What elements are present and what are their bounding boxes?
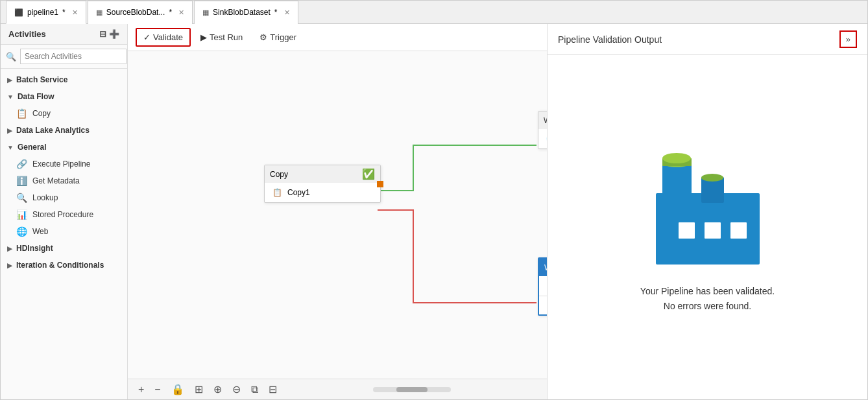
arrow-icon: ▶ [7, 76, 12, 84]
right-panel: Pipeline Validation Output » [547, 24, 867, 399]
web-icon: 🌐 [16, 226, 27, 237]
svg-rect-4 [705, 222, 721, 239]
remove-btn[interactable]: − [152, 382, 163, 397]
table-icon-1: ▦ [96, 8, 102, 17]
stored-procedure-icon: 📊 [16, 209, 27, 220]
trigger-icon: ⚙ [259, 32, 267, 42]
copy-node-icon: 📋 [272, 188, 282, 197]
validate-checkmark-icon: ✓ [143, 32, 151, 42]
search-icon: 🔍 [6, 52, 16, 62]
arrow-icon-gen: ▼ [7, 144, 14, 151]
sidebar-title: Activities [8, 29, 46, 39]
arrow-icon-hd: ▶ [7, 245, 12, 252]
pipeline-area: ✓ Validate ▶ Test Run ⚙ Trigger [128, 24, 547, 399]
collapse-panel-button[interactable]: » [839, 30, 857, 48]
arrow-icon-df: ▼ [7, 93, 14, 100]
copy-node-body: 📋 Copy1 [265, 183, 380, 202]
conn-copy-success [378, 145, 536, 191]
general-label: General [18, 143, 47, 152]
tab-pipeline1-close[interactable]: ✕ [72, 8, 78, 17]
zoom-out-btn[interactable]: ⊖ [230, 382, 243, 397]
pipeline-canvas[interactable]: Copy ✅ 📋 Copy1 Web ✅ [128, 51, 547, 379]
web-success-body: 🌐 SendSuccessEmailActi... [538, 129, 547, 148]
tab-sourceblobdat-close[interactable]: ✕ [178, 8, 184, 17]
svg-rect-5 [730, 222, 747, 239]
validate-button[interactable]: ✓ Validate [136, 28, 191, 47]
add-btn[interactable]: + [136, 382, 147, 397]
svg-point-9 [701, 174, 723, 182]
factory-illustration [643, 141, 773, 271]
svg-rect-3 [679, 222, 695, 239]
web-success-icon: 🌐 [546, 134, 547, 143]
execute-pipeline-icon: 🔗 [16, 159, 27, 169]
sidebar-category-data-flow[interactable]: ▼ Data Flow [1, 88, 127, 105]
arrow-icon-dl: ▶ [7, 127, 12, 134]
get-metadata-label: Get Metadata [32, 176, 80, 185]
sidebar-category-hdinsight[interactable]: ▶ HDInsight [1, 240, 127, 257]
execute-pipeline-label: Execute Pipeline [32, 159, 90, 169]
zoom-fit-btn[interactable]: ⊕ [211, 382, 224, 397]
tab-sourceblobdat[interactable]: ▦ SourceBlobDat... * ✕ [88, 1, 193, 24]
lookup-icon: 🔍 [16, 193, 27, 203]
sidebar-item-lookup[interactable]: 🔍 Lookup ⠿ [1, 189, 127, 206]
lock-btn[interactable]: 🔒 [169, 382, 187, 397]
trigger-button[interactable]: ⚙ Trigger [252, 29, 304, 46]
web-failure-body: 🌐 SendFailureEmailActiv... [539, 276, 547, 296]
fit-screen-btn[interactable]: ⊞ [192, 382, 206, 397]
sidebar-item-execute-pipeline[interactable]: 🔗 Execute Pipeline ⠿ [1, 156, 127, 172]
validation-line2: No errors were found. [640, 299, 775, 313]
search-input[interactable] [20, 49, 127, 64]
sidebar-add-icon[interactable]: ➕ [109, 29, 119, 39]
sidebar-category-data-lake[interactable]: ▶ Data Lake Analytics [1, 122, 127, 139]
pipeline-toolbar: ✓ Validate ▶ Test Run ⚙ Trigger [128, 24, 547, 51]
web-failure-actions: 🗑 ⧉ ⊕ [539, 296, 547, 314]
test-run-button[interactable]: ▶ Test Run [193, 29, 250, 46]
sidebar-list: ▶ Batch Service ▼ Data Flow 📋 Copy ⠿ ▶ D… [1, 69, 127, 399]
test-run-label: Test Run [210, 32, 243, 42]
copy-node-header: Copy ✅ [265, 165, 380, 183]
sidebar-item-web[interactable]: 🌐 Web ⠿ [1, 223, 127, 240]
web-failure-node[interactable]: Web ✔ 🌐 SendFailureEmailActiv... 🗑 ⧉ ⊕ [538, 257, 547, 316]
collapse-all-btn[interactable]: ⧉ [248, 382, 261, 397]
get-metadata-icon: ℹ️ [16, 176, 27, 186]
copy-node-port [377, 181, 383, 187]
validation-line1: Your Pipeline has been validated. [640, 284, 775, 298]
copy-icon: 📋 [16, 108, 27, 119]
arrow-icon-it: ▶ [7, 262, 12, 269]
validate-label: Validate [153, 32, 183, 42]
sidebar-collapse-icon[interactable]: ⊟ [99, 29, 106, 39]
pipeline-icon: ⬛ [14, 8, 23, 17]
sidebar-category-general[interactable]: ▼ General [1, 139, 127, 156]
grid-btn[interactable]: ⊟ [266, 382, 280, 397]
web-label: Web [32, 227, 48, 236]
trigger-label: Trigger [270, 32, 296, 42]
lookup-label: Lookup [32, 193, 58, 202]
tab-sinkblobdataset[interactable]: ▦ SinkBlobDataset * ✕ [194, 1, 298, 24]
stored-procedure-label: Stored Procedure [32, 210, 93, 219]
hdinsight-label: HDInsight [16, 244, 53, 253]
sidebar-item-copy[interactable]: 📋 Copy ⠿ [1, 105, 127, 122]
validation-content: Your Pipeline has been validated. No err… [548, 55, 867, 399]
tab-sinkblobdataset-label: SinkBlobDataset [213, 8, 271, 17]
data-lake-label: Data Lake Analytics [16, 126, 90, 135]
tab-pipeline1[interactable]: ⬛ pipeline1 * ✕ [6, 1, 86, 24]
data-flow-label: Data Flow [18, 92, 54, 101]
horizontal-scrollbar[interactable] [285, 387, 539, 392]
tab-sinkblobdataset-close[interactable]: ✕ [284, 8, 290, 17]
sidebar-category-batch-service[interactable]: ▶ Batch Service [1, 71, 127, 88]
tab-sinkblobdataset-modified: * [274, 8, 278, 17]
table-icon-2: ▦ [202, 8, 209, 17]
copy-node[interactable]: Copy ✅ 📋 Copy1 [264, 165, 381, 203]
sidebar-item-stored-procedure[interactable]: 📊 Stored Procedure ⠿ [1, 206, 127, 223]
sidebar: Activities ⊟ ➕ 🔍 ▶ Batch Service [1, 24, 128, 399]
batch-service-label: Batch Service [16, 75, 67, 84]
copy-node-title: Copy [270, 170, 288, 179]
canvas-bottom-toolbar: + − 🔒 ⊞ ⊕ ⊖ ⧉ ⊟ [128, 379, 547, 399]
test-run-icon: ▶ [200, 32, 207, 42]
web-success-node[interactable]: Web ✅ 🌐 SendSuccessEmailActi... [538, 111, 547, 149]
copy-label: Copy [32, 109, 51, 118]
svg-point-8 [662, 153, 691, 163]
sidebar-item-get-metadata[interactable]: ℹ️ Get Metadata ⠿ [1, 172, 127, 189]
tabs-bar: ⬛ pipeline1 * ✕ ▦ SourceBlobDat... * ✕ ▦… [1, 1, 867, 24]
sidebar-category-iteration[interactable]: ▶ Iteration & Conditionals [1, 257, 127, 274]
